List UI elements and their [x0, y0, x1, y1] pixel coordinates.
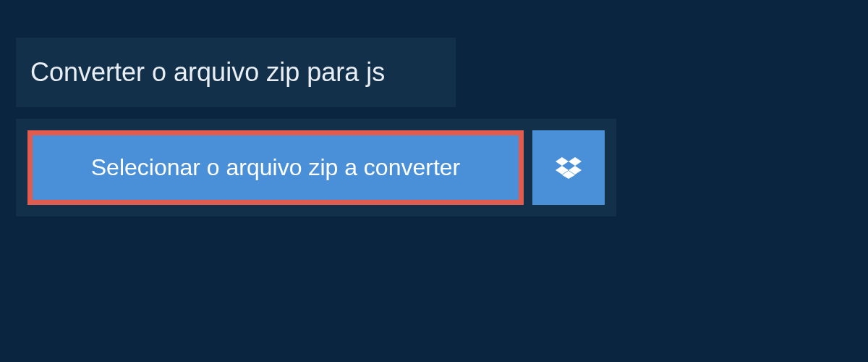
- select-file-button-label: Selecionar o arquivo zip a converter: [91, 154, 461, 181]
- dropbox-icon: [556, 155, 582, 181]
- dropbox-button[interactable]: [532, 130, 605, 205]
- upload-panel: Selecionar o arquivo zip a converter: [16, 119, 616, 216]
- select-file-button[interactable]: Selecionar o arquivo zip a converter: [27, 130, 524, 205]
- header-panel: Converter o arquivo zip para js: [16, 38, 456, 107]
- page-title: Converter o arquivo zip para js: [30, 57, 385, 88]
